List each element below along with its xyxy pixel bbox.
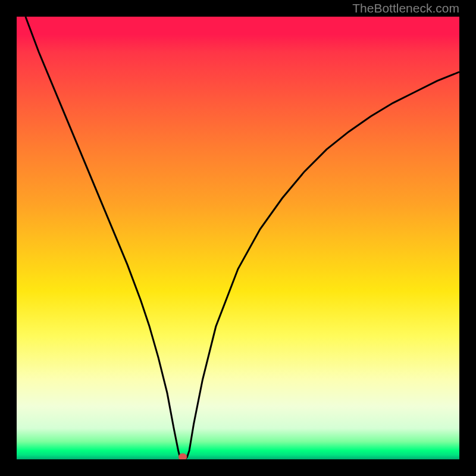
- attribution-label: TheBottleneck.com: [352, 1, 459, 15]
- bottleneck-curve-line: [26, 17, 459, 459]
- optimal-point-marker: [178, 453, 187, 459]
- plot-area: [17, 17, 459, 459]
- bottleneck-chart: [17, 17, 459, 459]
